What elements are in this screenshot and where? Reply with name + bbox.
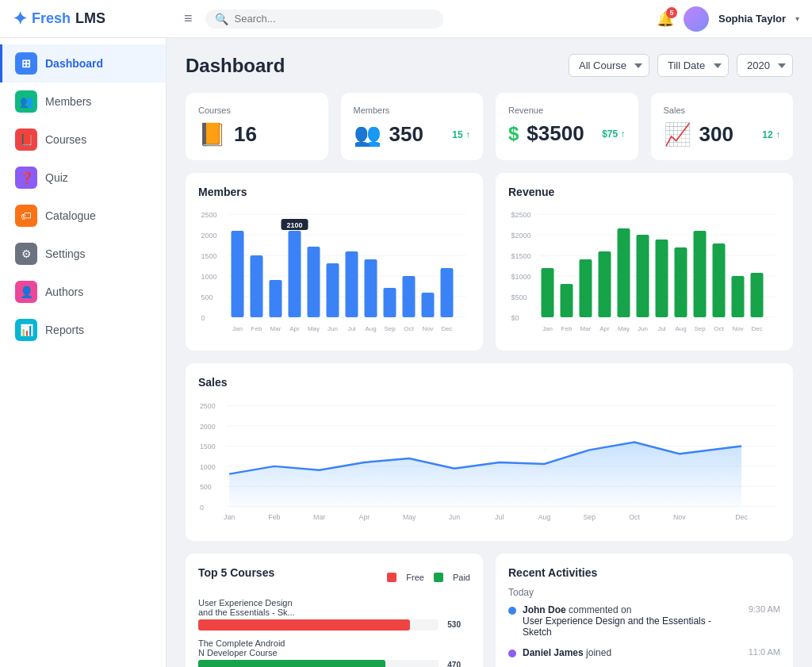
svg-text:$0: $0: [511, 314, 519, 322]
svg-rect-51: [561, 284, 573, 317]
members-chart: 2500 2000 1500 1000 500 0: [198, 208, 470, 335]
svg-text:Sep: Sep: [694, 325, 706, 332]
legend-paid-dot: [434, 573, 443, 582]
svg-text:Sep: Sep: [583, 513, 596, 521]
sidebar-label-reports: Reports: [45, 324, 84, 336]
sales-stat-value: 300: [699, 122, 733, 147]
sidebar-label-courses: Courses: [45, 133, 86, 146]
svg-text:May: May: [403, 513, 416, 521]
chevron-down-icon[interactable]: ▾: [795, 14, 799, 23]
logo-lms: LMS: [75, 10, 105, 27]
authors-icon: 👤: [15, 281, 37, 303]
svg-rect-12: [232, 231, 244, 317]
layout: ⊞ Dashboard 👥 Members 📕 Courses ❓ Quiz 🏷…: [0, 38, 812, 667]
svg-rect-57: [675, 247, 688, 317]
hamburger-button[interactable]: ≡: [184, 10, 193, 27]
top-courses-card: Top 5 Courses Free Paid User Experience …: [186, 554, 483, 667]
course-bar-value-2: 470: [447, 660, 461, 667]
sidebar: ⊞ Dashboard 👥 Members 📕 Courses ❓ Quiz 🏷…: [0, 38, 167, 667]
svg-text:Nov: Nov: [422, 325, 433, 332]
svg-text:Jul: Jul: [657, 325, 665, 332]
sidebar-item-authors[interactable]: 👤 Authors: [0, 273, 166, 311]
sidebar-item-dashboard[interactable]: ⊞ Dashboard: [0, 44, 166, 82]
svg-text:$2500: $2500: [511, 211, 531, 219]
members-chart-card: Members 2500 2000 1500 1000 500 0: [186, 173, 483, 351]
sidebar-item-courses[interactable]: 📕 Courses: [0, 121, 166, 159]
svg-text:Mar: Mar: [270, 325, 282, 332]
user-name[interactable]: Sophia Taylor: [718, 13, 786, 25]
bottom-row: Top 5 Courses Free Paid User Experience …: [186, 554, 793, 667]
svg-text:2500: 2500: [201, 211, 217, 219]
sidebar-item-catalogue[interactable]: 🏷 Catalogue: [0, 197, 166, 235]
revenue-stat-icon: $: [508, 123, 519, 145]
sidebar-item-reports[interactable]: 📊 Reports: [0, 311, 166, 349]
svg-text:May: May: [308, 325, 320, 332]
members-stat-value: 350: [389, 122, 423, 147]
notification-badge: 5: [666, 7, 677, 18]
courses-bars: User Experience Designand the Essentials…: [198, 598, 470, 667]
sidebar-item-quiz[interactable]: ❓ Quiz: [0, 159, 166, 197]
course-bar-fill-2: [198, 660, 385, 667]
stat-card-revenue: Revenue $ $3500 $75 ↑: [496, 93, 638, 160]
search-input[interactable]: [235, 13, 434, 25]
sidebar-label-dashboard: Dashboard: [45, 57, 103, 70]
date-filter[interactable]: Till Date: [657, 54, 729, 77]
activity-dot-2: [508, 650, 516, 657]
course-bar-fill-1: [198, 619, 410, 631]
legend-free-dot: [387, 573, 396, 582]
sales-stat-body: 📈 300 12 ↑: [664, 121, 781, 148]
svg-text:Feb: Feb: [251, 325, 262, 332]
svg-rect-56: [656, 240, 668, 317]
top-courses-title: Top 5 Courses: [198, 566, 274, 579]
course-row-2: The Complete AndroidN Developer Course 4…: [198, 638, 439, 667]
sales-stat-label: Sales: [664, 105, 781, 115]
notification-button[interactable]: 🔔 5: [657, 10, 674, 28]
svg-text:Nov: Nov: [732, 325, 743, 332]
course-filter[interactable]: All Course: [569, 54, 649, 77]
page-header: Dashboard All Course Till Date 2020: [186, 54, 793, 77]
members-stat-icon: 👥: [354, 121, 381, 148]
svg-text:Mar: Mar: [580, 325, 592, 332]
svg-rect-24: [422, 293, 435, 317]
svg-text:Apr: Apr: [289, 325, 300, 332]
year-filter[interactable]: 2020: [737, 54, 793, 77]
course-bar-wrap-1: 530: [198, 619, 439, 631]
svg-text:Dec: Dec: [751, 325, 762, 332]
sidebar-label-settings: Settings: [45, 247, 86, 260]
svg-rect-19: [327, 263, 339, 317]
svg-text:Oct: Oct: [629, 513, 640, 521]
course-bar-wrap-2: 470: [198, 660, 439, 667]
revenue-chart: $2500 $2000 $1500 $1000 $500 $0: [508, 208, 780, 335]
svg-rect-50: [542, 268, 554, 317]
stat-cards: Courses 📙 16 Members 👥 350 15 ↑ Revenue …: [186, 93, 793, 160]
svg-text:Aug: Aug: [365, 325, 376, 332]
courses-stat-icon: 📙: [198, 121, 226, 148]
activity-item-2: Daniel James joined 11:0 AM: [508, 647, 780, 658]
svg-text:Oct: Oct: [714, 325, 724, 332]
today-label: Today: [508, 587, 780, 598]
page-title: Dashboard: [186, 55, 285, 77]
svg-text:Jul: Jul: [347, 325, 355, 332]
svg-marker-86: [229, 443, 741, 507]
sales-chart-title: Sales: [198, 376, 780, 389]
courses-stat-body: 📙 16: [198, 121, 316, 148]
activities-card: Recent Activities Today John Doe comment…: [496, 554, 793, 667]
members-stat-label: Members: [354, 105, 471, 115]
course-bar-value-1: 530: [447, 619, 461, 631]
sales-stat-icon: 📈: [664, 121, 691, 148]
activities-title: Recent Activities: [508, 566, 780, 579]
course-bar-track-2: [198, 660, 439, 667]
sidebar-item-settings[interactable]: ⚙ Settings: [0, 235, 166, 273]
svg-text:500: 500: [201, 293, 213, 301]
svg-text:2500: 2500: [200, 402, 216, 410]
svg-rect-15: [289, 231, 301, 317]
courses-icon: 📕: [15, 128, 37, 151]
top-courses-header: Top 5 Courses Free Paid: [198, 566, 470, 588]
activity-time-2: 11:0 AM: [749, 647, 780, 657]
svg-text:Mar: Mar: [313, 513, 325, 521]
svg-text:Aug: Aug: [675, 325, 686, 332]
svg-text:Dec: Dec: [735, 513, 748, 521]
svg-rect-23: [403, 276, 416, 317]
sidebar-item-members[interactable]: 👥 Members: [0, 82, 166, 121]
members-stat-change: 15 ↑: [452, 129, 470, 140]
